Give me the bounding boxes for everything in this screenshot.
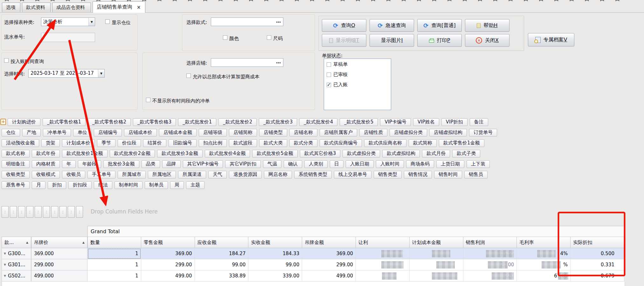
drag-handle[interactable]: ⋮ <box>35 206 42 218</box>
toolbar-button-显示图片I[interactable]: 显示图片I <box>370 34 414 47</box>
field-button-线上交易单号[interactable]: 线上交易单号 <box>334 171 371 178</box>
field-button-款式批发价5金额[interactable]: 款式批发价5金额 <box>252 150 298 157</box>
drag-handle[interactable]: ⋮ <box>18 206 25 218</box>
cell-r2-实际折扣[interactable]: 0.679 <box>571 270 624 282</box>
row-header-1[interactable]: 吊牌价▲ <box>31 237 87 248</box>
field-button-_款式批发价2[interactable]: _款式批发价2 <box>218 118 257 126</box>
field-button-款式其它价格3[interactable]: 款式其它价格3 <box>300 150 341 157</box>
tab-1[interactable]: 款式资料 <box>22 3 51 12</box>
field-button-店铺所属客户[interactable]: 店铺所属客户 <box>320 129 357 136</box>
field-button-款式批发价3金额[interactable]: 款式批发价3金额 <box>157 150 203 157</box>
field-button-天气[interactable]: 天气 <box>208 171 227 178</box>
tab-2[interactable]: 成品店仓资料 <box>52 3 91 12</box>
field-button-款式批发价2金额[interactable]: 款式批发价2金额 <box>110 150 155 157</box>
field-button-其它VIP折扣[interactable]: 其它VIP折扣 <box>225 160 261 168</box>
field-button-制单员[interactable]: 制单员 <box>145 181 168 189</box>
field-button-织法[interactable]: 织法 <box>94 181 112 189</box>
cell-r1-吊牌金额[interactable]: 299.00 <box>302 259 356 270</box>
report-type-dropdown[interactable]: 决策分析 ▼ <box>41 17 95 26</box>
exclusive-file-button[interactable]: 专属档案V <box>528 33 574 46</box>
doc-status-option-草稿单[interactable]: 草稿单 <box>327 61 348 67</box>
doc-status-listbox[interactable]: 草稿单已审核已入账 <box>324 59 391 110</box>
cell-r0-数量[interactable]: 1 <box>87 248 141 259</box>
drag-handle[interactable]: ⋮ <box>68 206 75 218</box>
field-button-结算价[interactable]: 结算价 <box>143 139 166 147</box>
date-range-dropdown[interactable]: 2025-03-17 至 2025-03-17 ▼ <box>28 69 105 78</box>
field-button-款式批发价1金额[interactable]: 款式批发价1金额 <box>62 150 107 157</box>
cell-r1-毛利率[interactable]: % <box>517 259 571 270</box>
expand-plus-icon[interactable]: + <box>0 119 6 125</box>
field-button-网店名称[interactable]: 网店名称 <box>264 171 292 178</box>
shop-input[interactable]: … <box>211 58 283 67</box>
size-checkbox[interactable] <box>267 35 271 40</box>
field-button-款式供应商名称[interactable]: 款式供应商名称 <box>364 139 406 147</box>
field-button-季节[interactable]: 季节 <box>97 139 115 147</box>
cell-r2-让利[interactable] <box>356 270 410 282</box>
column-header-让利[interactable]: 让利 <box>356 237 410 248</box>
field-button-_款式批发价5[interactable]: _款式批发价5 <box>340 118 378 126</box>
field-button-系统销售类型[interactable]: 系统销售类型 <box>294 171 332 178</box>
field-button-款式虚拟结构[interactable]: 款式虚拟结构 <box>382 150 420 157</box>
row-header-0[interactable]: 款...▲ <box>2 237 31 248</box>
column-header-应收金额[interactable]: 应收金额 <box>195 237 249 248</box>
field-button-明细备注[interactable]: 明细备注 <box>2 160 30 168</box>
field-button-价位段[interactable]: 价位段 <box>118 139 141 147</box>
hq-cost-checkbox[interactable] <box>186 73 191 78</box>
drag-handle[interactable]: ⋮ <box>51 206 58 218</box>
field-button-上货日期[interactable]: 上货日期 <box>436 160 464 168</box>
field-button-折扣段[interactable]: 折扣段 <box>68 181 92 189</box>
field-button-冲单单号[interactable]: 冲单单号 <box>43 129 71 136</box>
row-expander-G300...[interactable]: ▼G300... <box>2 248 31 259</box>
cell-r0-零售金额[interactable]: 369.00 <box>141 248 195 259</box>
field-button-店铺名称[interactable]: 店铺名称 <box>289 129 317 136</box>
field-button-款式零售价1金额[interactable]: 款式零售价1金额 <box>439 139 484 147</box>
field-button-款式月份[interactable]: 款式月份 <box>422 150 450 157</box>
cell-r0-实收金额[interactable]: 184.33 <box>248 248 302 259</box>
field-button-折扣[interactable]: 折扣 <box>48 181 66 189</box>
field-button-确认[interactable]: 确认 <box>284 160 302 168</box>
cell-r1-零售金额[interactable]: 299.00 <box>141 259 195 270</box>
cell-r0-销售利润[interactable]: 105.55 <box>463 248 517 259</box>
field-button-_款式批发价3[interactable]: _款式批发价3 <box>259 118 297 126</box>
by-posting-time-checkbox[interactable] <box>4 58 9 63</box>
column-header-数量[interactable]: 数量 <box>87 237 141 248</box>
field-button-计划成本价[interactable]: 计划成本价 <box>62 139 95 147</box>
field-button-入账时间[interactable]: 入账时间 <box>376 160 404 168</box>
row-expander-G502...[interactable]: ▼G502... <box>2 270 31 282</box>
column-header-吊牌金额[interactable]: 吊牌金额 <box>302 237 356 248</box>
field-button-销售类型[interactable]: 销售类型 <box>374 171 402 178</box>
drag-handle[interactable]: ⋮ <box>76 206 83 218</box>
field-button-店铺简称[interactable]: 店铺简称 <box>229 129 257 136</box>
column-header-零售金额[interactable]: 零售金额 <box>141 237 195 248</box>
field-button-制单时间[interactable]: 制单时间 <box>114 181 142 189</box>
field-button-备注[interactable]: 备注 <box>470 118 488 126</box>
cell-r2-实收金额[interactable]: 339.00 <box>248 270 302 282</box>
field-button-主题[interactable]: 主题 <box>186 181 204 189</box>
field-button-款式波段[interactable]: 款式波段 <box>229 139 257 147</box>
drag-handle[interactable]: ⋮ <box>2 206 9 218</box>
toolbar-button-查询[普通][interactable]: ⟳查询[普通] <box>417 19 462 32</box>
field-button-销售情况[interactable]: 销售情况 <box>404 171 432 178</box>
field-button-店铺类型[interactable]: 店铺类型 <box>259 129 287 136</box>
field-button-气温[interactable]: 气温 <box>263 160 281 168</box>
field-button-销售员[interactable]: 销售员 <box>464 171 488 178</box>
field-button-月[interactable]: 月 <box>32 181 45 189</box>
field-button-款式虚拟分类[interactable]: 款式虚拟分类 <box>343 150 380 157</box>
cell-r1-数量[interactable]: 1 <box>87 259 141 270</box>
field-button-产地[interactable]: 产地 <box>22 129 41 136</box>
field-button-日[interactable]: 日 <box>330 160 343 168</box>
cell-r2-数量[interactable]: 1 <box>87 270 141 282</box>
field-button-单位[interactable]: 单位 <box>73 129 92 136</box>
cell-r2-计划成本金额[interactable] <box>410 270 463 282</box>
cell-r1-销售利润[interactable]: 20.00 <box>463 259 517 270</box>
field-button-店铺成本金额[interactable]: 店铺成本金额 <box>159 129 197 136</box>
cell-r0-让利[interactable] <box>356 248 410 259</box>
field-button-仓位[interactable]: 仓位 <box>2 129 20 136</box>
field-button-收银员[interactable]: 收银员 <box>62 171 85 178</box>
field-button-款式批发价4金额[interactable]: 款式批发价4金额 <box>205 150 250 157</box>
field-button-收银类型[interactable]: 收银类型 <box>2 171 30 178</box>
field-button-上下装[interactable]: 上下装 <box>467 160 490 168</box>
toolbar-button-打印P[interactable]: 打印P <box>417 34 462 47</box>
field-button-计划购进价[interactable]: 计划购进价 <box>8 118 40 126</box>
field-button-_款式批发价1[interactable]: _款式批发价1 <box>178 118 216 126</box>
